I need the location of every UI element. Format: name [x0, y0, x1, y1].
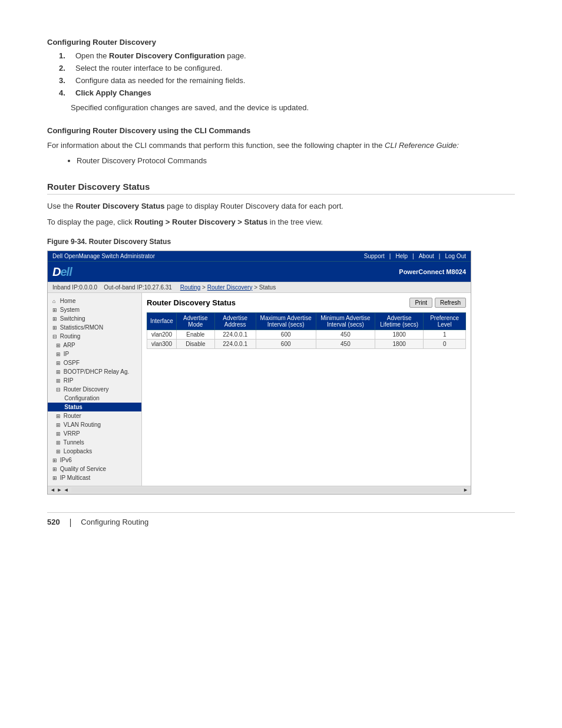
expand-system-icon: ⊞ — [52, 307, 58, 313]
expand-ipv6-icon: ⊞ — [52, 457, 58, 463]
config-steps-list: 1. Open the Router Discovery Configurati… — [59, 51, 515, 97]
cell-mode-0: Enable — [176, 330, 214, 339]
sidebar-item-ip[interactable]: ⊞ IP — [48, 350, 141, 358]
expand-qos-icon: ⊞ — [52, 466, 58, 472]
dell-logo: Dell — [52, 264, 72, 279]
cell-address-1: 224.0.0.1 — [214, 339, 256, 348]
sidebar-item-qos[interactable]: ⊞ Quality of Service — [48, 465, 141, 473]
scrollbar[interactable]: ◄ ► ◄ ► — [48, 486, 471, 494]
support-link[interactable]: Support — [364, 253, 385, 259]
router-discovery-link[interactable]: Router Discovery — [207, 284, 253, 291]
expand-router-icon: ⊞ — [56, 413, 62, 419]
sidebar-item-home[interactable]: ⌂ Home — [48, 297, 141, 305]
section-heading-cli: Configuring Router Discovery using the C… — [47, 126, 515, 135]
sidebar-item-configuration[interactable]: Configuration — [48, 394, 141, 403]
sidebar-item-switching[interactable]: ⊞ Switching — [48, 314, 141, 323]
cell-mode-1: Disable — [176, 339, 214, 348]
sidebar-item-ospf[interactable]: ⊞ OSPF — [48, 358, 141, 367]
cell-max-0: 600 — [256, 330, 316, 339]
main-area: ⌂ Home ⊞ System ⊞ Switching ⊞ Statistics… — [48, 293, 471, 486]
right-panel: Router Discovery Status Print Refresh In… — [142, 293, 471, 486]
sidebar-item-vlan-routing[interactable]: ⊞ VLAN Routing — [48, 420, 141, 429]
footer-divider: | — [70, 518, 72, 527]
sidebar[interactable]: ⌂ Home ⊞ System ⊞ Switching ⊞ Statistics… — [48, 293, 142, 486]
expand-rd-icon: ⊟ — [56, 387, 62, 393]
sidebar-item-router[interactable]: ⊞ Router — [48, 411, 141, 420]
step-1: 1. Open the Router Discovery Configurati… — [59, 51, 515, 60]
col-max-interval: Maximum Advertise Interval (secs) — [256, 312, 316, 330]
logobar: Dell PowerConnect M8024 — [48, 261, 471, 282]
sidebar-item-status[interactable]: Status — [48, 403, 141, 411]
table-row: vlan200 Enable 224.0.0.1 600 450 1800 1 — [147, 330, 466, 339]
panel-title: Router Discovery Status — [147, 298, 236, 307]
app-name: Dell OpenManage Switch Administrator — [52, 253, 155, 259]
sidebar-item-tunnels[interactable]: ⊞ Tunnels — [48, 438, 141, 447]
logout-link[interactable]: Log Out — [445, 253, 466, 259]
cli-bullets: Router Discovery Protocol Commands — [77, 156, 515, 165]
expand-switching-icon: ⊞ — [52, 316, 58, 322]
col-lifetime: Advertise Lifetime (secs) — [375, 312, 423, 330]
col-interface: Interface — [147, 312, 177, 330]
breadcrumb-bar: Inband IP:0.0.0.0 Out-of-band IP:10.27.6… — [48, 282, 471, 293]
expand-rip-icon: ⊞ — [56, 378, 62, 384]
after-step4-text: Specified configuration changes are save… — [71, 103, 515, 112]
print-button[interactable]: Print — [409, 298, 432, 308]
topbar-links: Support | Help | About | Log Out — [364, 253, 466, 259]
expand-ospf-icon: ⊞ — [56, 360, 62, 366]
rds-para1: Use the Router Discovery Status page to … — [47, 200, 515, 212]
cell-min-1: 450 — [316, 339, 375, 348]
powerconnect-label: PowerConnect M8024 — [399, 268, 466, 275]
expand-bootp-icon: ⊞ — [56, 369, 62, 375]
about-link[interactable]: About — [419, 253, 434, 259]
cell-lifetime-1: 1800 — [375, 339, 423, 348]
figure-caption: Figure 9-34. Router Discovery Status — [47, 238, 515, 246]
help-link[interactable]: Help — [395, 253, 408, 259]
outofband-ip: Out-of-band IP:10.27.6.31 — [104, 284, 172, 291]
col-preference: Preference Level — [424, 312, 466, 330]
section-heading-config: Configuring Router Discovery — [47, 38, 515, 47]
sidebar-item-loopbacks[interactable]: ⊞ Loopbacks — [48, 447, 141, 456]
sidebar-item-router-discovery[interactable]: ⊟ Router Discovery — [48, 385, 141, 394]
sidebar-item-ip-multicast[interactable]: ⊞ IP Multicast — [48, 473, 141, 482]
sidebar-item-vrrp[interactable]: ⊞ VRRP — [48, 429, 141, 438]
status-table: Interface Advertise Mode Advertise Addre… — [147, 312, 466, 349]
step-3: 3. Configure data as needed for the rema… — [59, 76, 515, 85]
col-advertise-mode: Advertise Mode — [176, 312, 214, 330]
sidebar-item-ipv6[interactable]: ⊞ IPv6 — [48, 456, 141, 465]
cli-body-para: For information about the CLI commands t… — [47, 140, 515, 151]
cell-max-1: 600 — [256, 339, 316, 348]
col-min-interval: Minimum Advertise Interval (secs) — [316, 312, 375, 330]
table-row: vlan300 Disable 224.0.0.1 600 450 1800 0 — [147, 339, 466, 348]
breadcrumb-current: Status — [259, 284, 276, 291]
refresh-button[interactable]: Refresh — [435, 298, 466, 308]
expand-multicast-icon: ⊞ — [52, 475, 58, 481]
expand-loopbacks-icon: ⊞ — [56, 449, 62, 454]
home-icon: ⌂ — [52, 298, 58, 304]
rds-section-heading: Router Discovery Status — [47, 182, 515, 195]
footer-text: Configuring Routing — [81, 518, 148, 526]
cell-lifetime-0: 1800 — [375, 330, 423, 339]
expand-arp-icon: ⊞ — [56, 342, 62, 348]
expand-ip-icon: ⊞ — [56, 351, 62, 357]
page-container: Configuring Router Discovery 1. Open the… — [0, 0, 562, 562]
sidebar-item-statistics[interactable]: ⊞ Statistics/RMON — [48, 323, 141, 332]
expand-vrrp-icon: ⊞ — [56, 431, 62, 437]
expand-tunnels-icon: ⊞ — [56, 440, 62, 446]
step-2: 2. Select the router interface to be con… — [59, 64, 515, 73]
cell-pref-1: 0 — [424, 339, 466, 348]
cell-address-0: 224.0.0.1 — [214, 330, 256, 339]
panel-buttons: Print Refresh — [409, 298, 466, 308]
sidebar-item-routing[interactable]: ⊟ Routing — [48, 332, 141, 341]
col-advertise-address: Advertise Address — [214, 312, 256, 330]
panel-header: Router Discovery Status Print Refresh — [147, 298, 466, 308]
sidebar-item-arp[interactable]: ⊞ ARP — [48, 341, 141, 350]
sidebar-item-system[interactable]: ⊞ System — [48, 305, 141, 314]
page-number: 520 — [47, 518, 60, 526]
cell-interface-0: vlan200 — [147, 330, 177, 339]
cell-interface-1: vlan300 — [147, 339, 177, 348]
sidebar-item-rip[interactable]: ⊞ RIP — [48, 376, 141, 385]
routing-link[interactable]: Routing — [180, 284, 200, 291]
step-4: 4. Click Apply Changes — [59, 88, 515, 97]
expand-routing-icon: ⊟ — [52, 334, 58, 340]
sidebar-item-bootp[interactable]: ⊞ BOOTP/DHCP Relay Ag. — [48, 367, 141, 376]
